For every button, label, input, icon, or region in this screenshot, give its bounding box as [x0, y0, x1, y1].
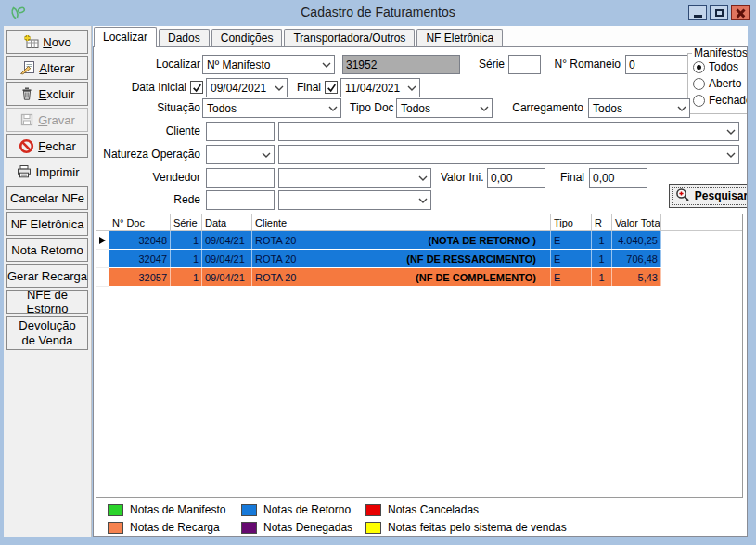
- pesquisar-label: Pesquisar: [695, 189, 748, 202]
- cell-serie: 1: [171, 250, 202, 267]
- table-row[interactable]: 32048 1 09/04/21 ROTA 20 (NOTA DE RETORN…: [96, 231, 742, 250]
- vendedor-combobox[interactable]: [278, 168, 431, 188]
- cell-tipo: E: [551, 250, 592, 267]
- manifestos-title: Manifestos: [692, 46, 748, 59]
- data-inicial-datepicker[interactable]: 09/04/2021: [206, 78, 288, 97]
- titlebar: Cadastro de Faturamentos: [0, 0, 756, 26]
- cliente-name: ROTA 20: [255, 235, 296, 246]
- prohibition-icon: [19, 138, 34, 154]
- grid-header-cliente[interactable]: Cliente: [252, 214, 551, 230]
- tipo-doc-combobox[interactable]: Todos: [396, 98, 493, 118]
- carregamento-value: Todos: [593, 102, 622, 115]
- data-final-datepicker[interactable]: 11/04/2021: [340, 78, 420, 97]
- novo-button[interactable]: Novo: [6, 30, 88, 54]
- legend-swatch-canceladas: [365, 504, 381, 516]
- grid-header-data[interactable]: Data: [202, 214, 252, 230]
- table-row[interactable]: 32047 1 09/04/21 ROTA 20 (NF DE RESSARCI…: [96, 250, 742, 268]
- localizar-combobox-value: Nº Manifesto: [207, 58, 270, 71]
- tab-transportadora-outros[interactable]: Transportadora/Outros: [284, 29, 415, 46]
- tab-localizar[interactable]: Localizar: [94, 27, 157, 47]
- valor-final-label: Final: [557, 168, 584, 188]
- cancelar-nfe-button[interactable]: Cancelar NFe: [6, 186, 88, 210]
- legend-swatch-manifesto: [108, 504, 123, 516]
- cell-doc: 32048: [109, 231, 171, 249]
- close-button[interactable]: [731, 5, 750, 20]
- legend-item: Notas de Manifesto: [108, 503, 225, 516]
- grid-header-doc[interactable]: N° Doc: [109, 214, 171, 230]
- radio-fechado[interactable]: Fechado: [693, 94, 748, 107]
- vendedor-label: Vendedor: [135, 168, 200, 188]
- vendedor-code-field[interactable]: [206, 168, 275, 188]
- cliente-combobox[interactable]: [278, 122, 739, 141]
- cell-r: 1: [592, 268, 612, 286]
- grid-header-r[interactable]: R: [592, 214, 612, 230]
- valor-ini-field[interactable]: [487, 168, 545, 188]
- grid-header-tipo[interactable]: Tipo: [551, 214, 592, 230]
- cliente-code-field[interactable]: [206, 122, 275, 141]
- grid-header-serie[interactable]: Série: [171, 214, 202, 230]
- legend-swatch-denegadas: [241, 522, 257, 534]
- grid-header-valor-total[interactable]: Valor Total: [612, 214, 661, 230]
- rede-combobox[interactable]: [278, 190, 431, 210]
- devolucao-de-venda-button[interactable]: Devolução de Venda: [6, 316, 88, 350]
- cell-cliente: ROTA 20 (NF DE COMPLEMENTO): [252, 268, 551, 286]
- cancelar-nfe-label: Cancelar NFe: [10, 191, 84, 205]
- imprimir-button[interactable]: Imprimir: [6, 160, 88, 184]
- table-row[interactable]: 32057 1 09/04/21 ROTA 20 (NF DE COMPLEME…: [96, 268, 742, 287]
- grid-header-filler: [661, 214, 742, 230]
- data-final-label: Final: [293, 78, 321, 97]
- nfe-de-estorno-label: NFE de Estorno: [7, 288, 87, 316]
- legend-item: Notas de Retorno: [241, 503, 351, 516]
- romaneio-field[interactable]: [625, 55, 690, 74]
- situacao-combobox[interactable]: Todos: [202, 98, 341, 118]
- localizar-label: Localizar: [131, 55, 200, 74]
- tab-condicoes[interactable]: Condições: [211, 29, 283, 46]
- manifesto-number-field[interactable]: [342, 55, 460, 74]
- serie-field[interactable]: [508, 55, 541, 74]
- cell-r: 1: [592, 250, 612, 267]
- window: Cadastro de Faturamentos Novo Alterar Ex…: [0, 0, 756, 545]
- nota-retorno-button[interactable]: Nota Retorno: [6, 238, 88, 262]
- rede-code-field[interactable]: [206, 190, 275, 210]
- row-indicator: [96, 250, 109, 268]
- cell-cliente: ROTA 20 (NF DE RESSARCIMENTO): [252, 250, 551, 267]
- chevron-down-icon: [674, 106, 689, 111]
- radio-todos[interactable]: Todos: [693, 60, 738, 73]
- localizar-combobox[interactable]: Nº Manifesto: [202, 55, 335, 74]
- data-inicial-checkbox[interactable]: [190, 81, 203, 94]
- tab-dados[interactable]: Dados: [159, 29, 210, 46]
- legend-label: Notas Canceladas: [388, 503, 479, 516]
- carregamento-label: Carregamento: [511, 98, 583, 118]
- natureza-code-combobox[interactable]: [206, 145, 275, 164]
- valor-ini-label: Valor Ini.: [441, 168, 481, 188]
- tab-nf-eletronica[interactable]: NF Eletrônica: [416, 29, 503, 46]
- cliente-nota: (NF DE RESSARCIMENTO): [406, 253, 536, 265]
- tab-bar: Localizar Dados Condições Transportadora…: [94, 26, 505, 46]
- main-panel: Localizar Dados Condições Transportadora…: [93, 26, 748, 537]
- carregamento-combobox[interactable]: Todos: [588, 98, 690, 118]
- data-inicial-label: Data Inicial: [122, 78, 186, 97]
- nota-retorno-label: Nota Retorno: [11, 243, 83, 257]
- sidebar: Novo Alterar Excluir Gravar Fechar Impri…: [4, 26, 92, 537]
- fechar-button[interactable]: Fechar: [6, 134, 88, 158]
- cell-valor-total: 5,43: [612, 268, 661, 286]
- pesquisar-button[interactable]: Pesquisar: [669, 184, 748, 208]
- excluir-button[interactable]: Excluir: [6, 82, 88, 106]
- radio-selected-icon: [693, 61, 705, 73]
- alterar-button[interactable]: Alterar: [6, 56, 88, 80]
- grid-header-indicator: [96, 214, 109, 230]
- gravar-button[interactable]: Gravar: [6, 108, 88, 132]
- minimize-button[interactable]: [688, 5, 707, 20]
- radio-aberto[interactable]: Aberto: [693, 77, 741, 90]
- data-final-checkbox[interactable]: [325, 81, 338, 94]
- maximize-button[interactable]: [710, 5, 728, 20]
- valor-final-field[interactable]: [589, 168, 647, 188]
- situacao-value: Todos: [207, 102, 237, 115]
- legend-swatch-sistema-vendas: [365, 522, 381, 534]
- localizar-page: Localizar Nº Manifesto Série N° Romaneio…: [93, 46, 748, 537]
- cell-cliente: ROTA 20 (NOTA DE RETORNO ): [252, 231, 551, 249]
- nfe-de-estorno-button[interactable]: NFE de Estorno: [6, 290, 88, 314]
- gerar-recarga-button[interactable]: Gerar Recarga: [6, 264, 88, 288]
- nf-eletronica-button[interactable]: NF Eletrônica: [6, 212, 88, 236]
- natureza-combobox[interactable]: [278, 145, 739, 164]
